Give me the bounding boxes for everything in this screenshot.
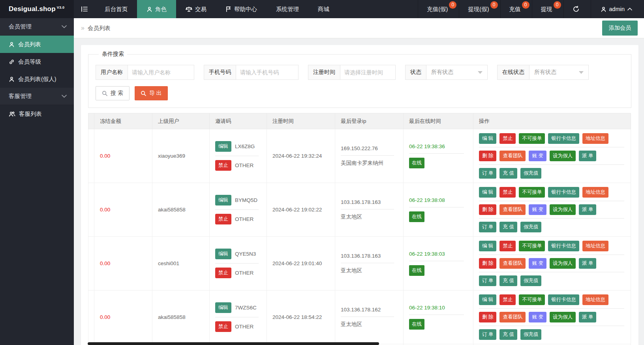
search-button[interactable]: 搜 索	[96, 86, 130, 100]
sidebar-item-member-list[interactable]: 会员列表	[0, 36, 74, 53]
sidebar-item-member-list-fake[interactable]: 会员列表(假人)	[0, 70, 74, 88]
online-status-select[interactable]: 所有状态	[529, 65, 589, 80]
action-set-fake-button[interactable]: 设为假人	[550, 258, 576, 269]
action-dispatch-button[interactable]: 派 单	[579, 312, 596, 322]
action-fake-recharge-button[interactable]: 假充值	[520, 168, 542, 179]
member-table-header: 冻结金额 上级用户 邀请码 注册时间 最后登录ip 最后在线时间 操作	[88, 113, 631, 129]
invite-edit-button[interactable]: 编辑	[215, 249, 231, 259]
invite-code-cell: 编辑 QYE5N3 禁止 OTHER	[210, 237, 267, 290]
action-delete-button[interactable]: 删 除	[479, 258, 496, 269]
action-view-team-button[interactable]: 查看团队	[499, 258, 526, 269]
invite-ban-button[interactable]: 禁止	[215, 268, 231, 278]
action-dispatch-button[interactable]: 派 单	[579, 151, 596, 161]
action-account-change-button[interactable]: 账 变	[529, 204, 546, 215]
invite-edit-button[interactable]: 编辑	[215, 141, 231, 152]
action-dispatch-button[interactable]: 派 单	[579, 258, 596, 269]
sidebar-section-service-management[interactable]: 客服管理	[0, 88, 74, 105]
chevron-down-icon	[62, 94, 67, 98]
refresh-button[interactable]	[563, 0, 591, 18]
username-input[interactable]	[128, 65, 194, 80]
action-fake-recharge-button[interactable]: 假充值	[520, 329, 542, 340]
action-recharge-button[interactable]: 充 值	[499, 222, 517, 232]
action-dispatch-button[interactable]: 派 单	[579, 204, 596, 215]
action-orders-button[interactable]: 订 单	[479, 222, 496, 232]
action-set-fake-button[interactable]: 设为假人	[550, 204, 576, 215]
action-orders-button[interactable]: 订 单	[479, 329, 496, 340]
action-recharge-button[interactable]: 充 值	[499, 329, 517, 340]
invite-ban-button[interactable]: 禁止	[215, 160, 231, 171]
action-delete-button[interactable]: 删 除	[479, 312, 496, 322]
action-recharge-button[interactable]: 充 值	[499, 168, 517, 179]
action-account-change-button[interactable]: 账 变	[529, 312, 546, 322]
action-view-team-button[interactable]: 查看团队	[499, 312, 526, 322]
invite-ban-button[interactable]: 禁止	[215, 214, 231, 224]
action-edit-button[interactable]: 编 辑	[479, 187, 496, 198]
sidebar-collapse-icon[interactable]	[74, 0, 95, 18]
invite-edit-button[interactable]: 编辑	[215, 302, 231, 313]
action-ban-button[interactable]: 禁止	[499, 241, 516, 251]
action-ban-button[interactable]: 禁止	[499, 133, 516, 144]
action-address-info-button[interactable]: 地址信息	[582, 241, 608, 251]
action-delete-button[interactable]: 删 除	[479, 204, 496, 215]
action-view-team-button[interactable]: 查看团队	[499, 204, 526, 215]
sidebar-section-member-management[interactable]: 会员管理	[0, 18, 74, 36]
action-orders-button[interactable]: 订 单	[479, 168, 496, 179]
status-select[interactable]: 所有状态	[426, 65, 488, 80]
last-login-ip-cell: 169.150.222.76 美国南卡罗来纳州	[335, 129, 404, 183]
action-recharge-button[interactable]: 充 值	[499, 275, 517, 286]
invite-code-cell: 编辑 LX6Z8G 禁止 OTHER	[210, 129, 267, 183]
nav-item-system[interactable]: 系统管理	[267, 0, 308, 18]
nav-item-roles[interactable]: 角色	[137, 0, 176, 18]
action-view-team-button[interactable]: 查看团队	[499, 151, 526, 161]
invite-edit-button[interactable]: 编辑	[215, 195, 231, 205]
column-header-parent: 上级用户	[152, 113, 210, 129]
person-icon	[146, 6, 152, 12]
brand-logo[interactable]: Desigual.shop V3.0	[0, 0, 74, 18]
action-bank-card-info-button[interactable]: 银行卡信息	[548, 133, 579, 144]
action-edit-button[interactable]: 编 辑	[479, 241, 496, 251]
action-address-info-button[interactable]: 地址信息	[582, 294, 608, 305]
action-delete-button[interactable]: 删 除	[479, 151, 496, 161]
horizontal-scrollbar[interactable]	[88, 342, 379, 345]
action-address-info-button[interactable]: 地址信息	[582, 187, 608, 198]
action-set-fake-button[interactable]: 设为假人	[550, 151, 576, 161]
nav-item-transactions[interactable]: 交易	[176, 0, 216, 18]
action-ban-button[interactable]: 禁止	[499, 187, 516, 198]
nav-item-mall[interactable]: 商城	[308, 0, 339, 18]
last-login-ip: 103.136.178.162	[341, 307, 400, 313]
nav-item-recharge[interactable]: 充值 0	[500, 0, 532, 18]
action-orders-button[interactable]: 订 单	[479, 275, 496, 286]
action-fake-recharge-button[interactable]: 假充值	[520, 275, 542, 286]
action-bank-card-info-button[interactable]: 银行卡信息	[548, 187, 579, 198]
action-no-order-button[interactable]: 不可接单	[519, 241, 545, 251]
nav-item-dashboard[interactable]: 后台首页	[95, 0, 137, 18]
phone-input[interactable]	[236, 65, 299, 80]
nav-item-withdraw[interactable]: 提现 0	[532, 0, 563, 18]
export-button[interactable]: 导 出	[135, 86, 168, 100]
invite-ban-button[interactable]: 禁止	[215, 321, 231, 332]
action-no-order-button[interactable]: 不可接单	[519, 133, 545, 144]
action-set-fake-button[interactable]: 设为假人	[550, 312, 576, 322]
action-edit-button[interactable]: 编 辑	[479, 133, 496, 144]
action-no-order-button[interactable]: 不可接单	[519, 187, 545, 198]
nav-item-recharge-fake[interactable]: 充值(假) 0	[418, 0, 459, 18]
sidebar-item-member-level[interactable]: 会员等级	[0, 53, 74, 70]
action-bank-card-info-button[interactable]: 银行卡信息	[548, 294, 579, 305]
actions-cell: 编 辑禁止不可接单银行卡信息地址信息删 除查看团队账 变设为假人派 单订 单充 …	[473, 183, 631, 237]
nav-item-help-center[interactable]: 帮助中心	[216, 0, 267, 18]
clipped-cell	[88, 183, 94, 237]
register-time-input[interactable]	[340, 65, 396, 80]
add-member-button[interactable]: 添加会员	[602, 21, 638, 36]
action-no-order-button[interactable]: 不可接单	[519, 294, 545, 305]
action-address-info-button[interactable]: 地址信息	[582, 133, 608, 144]
action-fake-recharge-button[interactable]: 假充值	[520, 222, 542, 232]
action-account-change-button[interactable]: 账 变	[529, 151, 546, 161]
action-account-change-button[interactable]: 账 变	[529, 258, 546, 269]
cell-divider	[215, 156, 259, 156]
user-menu[interactable]: admin	[591, 0, 644, 18]
action-bank-card-info-button[interactable]: 银行卡信息	[548, 241, 579, 251]
sidebar-item-service-list[interactable]: 客服列表	[0, 105, 74, 123]
action-ban-button[interactable]: 禁止	[499, 294, 516, 305]
nav-item-withdraw-fake[interactable]: 提现(假) 0	[459, 0, 500, 18]
action-edit-button[interactable]: 编 辑	[479, 294, 496, 305]
